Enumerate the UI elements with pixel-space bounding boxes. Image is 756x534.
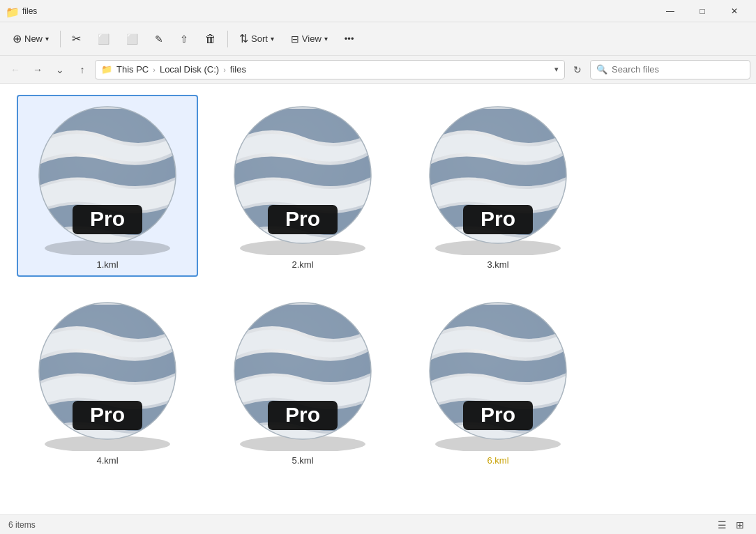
title-bar-folder-icon: 📁 xyxy=(6,6,17,17)
file-name: 4.kml xyxy=(96,455,118,466)
grid-view-button[interactable]: ⊞ xyxy=(732,517,748,533)
more-icon: ••• xyxy=(345,33,354,44)
file-icon: Pro xyxy=(421,298,575,451)
recent-locations-button[interactable]: ⌄ xyxy=(50,60,70,79)
rename-button[interactable]: ✎ xyxy=(148,26,170,52)
status-bar: 6 items ☰ ⊞ xyxy=(0,514,756,534)
file-item[interactable]: Pro 1.kml xyxy=(17,95,198,277)
breadcrumb-local-disk: Local Disk (C:) xyxy=(160,64,219,75)
new-label: New xyxy=(24,33,43,44)
search-icon: 🔍 xyxy=(596,64,607,75)
file-name: 6.kml xyxy=(487,455,508,466)
search-input[interactable] xyxy=(612,64,744,75)
forward-button[interactable]: → xyxy=(28,60,47,79)
search-box: 🔍 xyxy=(590,60,750,79)
svg-text:Pro: Pro xyxy=(90,207,125,230)
breadcrumb-this-pc: This PC xyxy=(116,64,149,75)
address-bar: ← → ⌄ ↑ 📁 This PC › Local Disk (C:) › fi… xyxy=(0,56,756,84)
more-button[interactable]: ••• xyxy=(338,26,361,52)
file-name: 2.kml xyxy=(292,259,313,270)
title-bar-title: files xyxy=(22,6,37,16)
toolbar-separator-1 xyxy=(60,31,61,47)
file-icon: Pro xyxy=(31,298,184,451)
paste-icon: ⬜ xyxy=(126,33,138,45)
new-chevron-icon: ▾ xyxy=(45,35,49,43)
copy-icon: ⬜ xyxy=(98,33,109,45)
sort-chevron-icon: ▾ xyxy=(271,35,274,43)
file-item[interactable]: Pro 5.kml xyxy=(212,291,393,473)
view-label: View xyxy=(302,33,322,44)
file-icon: Pro xyxy=(226,298,379,451)
view-icons: ☰ ⊞ xyxy=(714,517,748,533)
svg-text:Pro: Pro xyxy=(90,403,125,426)
new-icon: ⊕ xyxy=(13,32,22,45)
file-icon: Pro xyxy=(31,102,184,255)
list-view-button[interactable]: ☰ xyxy=(714,517,729,533)
cut-icon: ✂ xyxy=(72,32,81,45)
view-chevron-icon: ▾ xyxy=(324,35,328,43)
title-bar: 📁 files — □ ✕ xyxy=(0,0,756,22)
svg-text:Pro: Pro xyxy=(481,207,515,230)
svg-text:Pro: Pro xyxy=(285,207,320,230)
new-button[interactable]: ⊕ New ▾ xyxy=(6,26,56,52)
back-button[interactable]: ← xyxy=(6,60,25,79)
file-icon: Pro xyxy=(421,102,575,255)
file-name: 1.kml xyxy=(96,259,118,270)
svg-text:Pro: Pro xyxy=(481,403,515,426)
delete-button[interactable]: 🗑 xyxy=(198,26,223,52)
up-button[interactable]: ↑ xyxy=(73,60,92,79)
breadcrumb-files: files xyxy=(230,64,246,75)
cut-button[interactable]: ✂ xyxy=(65,26,88,52)
breadcrumb-sep-1: › xyxy=(153,66,156,74)
delete-icon: 🗑 xyxy=(205,33,216,45)
file-item[interactable]: Pro 3.kml xyxy=(407,95,589,277)
sort-label: Sort xyxy=(251,33,268,44)
share-button[interactable]: ⇧ xyxy=(173,26,195,52)
status-count: 6 items xyxy=(8,520,36,530)
breadcrumb[interactable]: 📁 This PC › Local Disk (C:) › files ▾ xyxy=(95,60,565,79)
svg-text:Pro: Pro xyxy=(285,403,320,426)
file-name: 5.kml xyxy=(292,455,313,466)
title-bar-controls: — □ ✕ xyxy=(654,0,750,22)
copy-button[interactable]: ⬜ xyxy=(91,26,116,52)
file-area: Pro 1.kml xyxy=(0,84,756,514)
view-icon: ⊟ xyxy=(291,33,299,45)
file-name: 3.kml xyxy=(487,259,508,270)
file-item[interactable]: Pro 4.kml xyxy=(17,291,198,473)
file-icon: Pro xyxy=(226,102,379,255)
rename-icon: ✎ xyxy=(155,33,163,45)
breadcrumb-expand-icon: ▾ xyxy=(554,65,559,74)
toolbar-separator-2 xyxy=(227,31,228,47)
toolbar: ⊕ New ▾ ✂ ⬜ ⬜ ✎ ⇧ 🗑 ⇅ Sort ▾ ⊟ View ▾ ••… xyxy=(0,22,756,56)
breadcrumb-sep-2: › xyxy=(223,66,226,74)
breadcrumb-folder-icon: 📁 xyxy=(101,64,112,75)
close-button[interactable]: ✕ xyxy=(718,0,750,22)
sort-button[interactable]: ⇅ Sort ▾ xyxy=(232,26,281,52)
paste-button[interactable]: ⬜ xyxy=(119,26,145,52)
maximize-button[interactable]: □ xyxy=(686,0,718,22)
minimize-button[interactable]: — xyxy=(654,0,686,22)
refresh-button[interactable]: ↻ xyxy=(568,60,587,79)
file-item[interactable]: Pro 2.kml xyxy=(212,95,393,277)
sort-icon: ⇅ xyxy=(239,32,248,45)
file-grid: Pro 1.kml xyxy=(17,95,739,473)
file-item[interactable]: Pro 6.kml xyxy=(407,291,589,473)
view-button[interactable]: ⊟ View ▾ xyxy=(284,26,335,52)
share-icon: ⇧ xyxy=(180,33,188,45)
